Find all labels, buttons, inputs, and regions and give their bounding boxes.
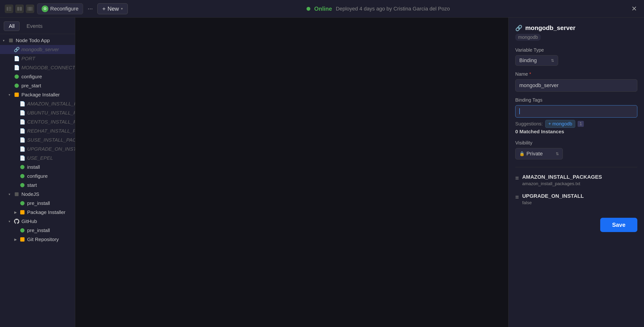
visibility-label: Visibility xyxy=(515,140,637,146)
tree-arrow: ▾ xyxy=(8,192,13,196)
tree-label: Node Todo App xyxy=(16,38,50,43)
svg-rect-7 xyxy=(29,7,31,11)
new-label: New xyxy=(108,6,119,12)
tree-item-pkg-installer-sub[interactable]: ▶ Package Installer xyxy=(0,208,75,217)
tree-icon-link: 🔗 xyxy=(14,47,20,52)
suggestions-label: Suggestions: xyxy=(515,121,543,126)
tree-arrow: ▾ xyxy=(3,38,7,42)
name-label: Name * xyxy=(515,72,637,77)
tree-item-nodejs[interactable]: ▾ NodeJS xyxy=(0,190,75,199)
tree-label: USE_EPEL xyxy=(27,155,53,161)
tree-item-node-todo-app[interactable]: ▾ Node Todo App xyxy=(0,36,75,45)
tree-label: NodeJS xyxy=(22,191,39,197)
tree-label: PORT xyxy=(22,56,35,62)
variable-type-section: Variable Type Binding ⇅ xyxy=(515,47,637,66)
tree-icon-file: 📄 xyxy=(20,119,25,125)
tree-item-redhat-install[interactable]: 📄 REDHAT_INSTALL_PACKAGES xyxy=(0,126,75,136)
tree-label: CENTOS_INSTALL_PACKAGES xyxy=(27,119,75,125)
binding-tags-section: Binding Tags Suggestions: + mongodb 1 0 … xyxy=(515,97,637,134)
tree-item-git-repo[interactable]: ▶ Git Repository xyxy=(0,235,75,244)
panel-header: 🔗 mongodb_server xyxy=(515,24,637,32)
save-button[interactable]: Save xyxy=(600,218,637,232)
tree-item-centos-install[interactable]: 📄 CENTOS_INSTALL_PACKAGES xyxy=(0,117,75,126)
tree-label: configure xyxy=(22,74,42,80)
close-button[interactable]: ✕ xyxy=(629,4,639,14)
visibility-select[interactable]: 🔒 Private ⇅ xyxy=(515,148,563,160)
tree-icon-green xyxy=(20,173,25,179)
svg-rect-1 xyxy=(8,7,12,8)
tree-label: install xyxy=(27,164,40,170)
tree-item-configure2[interactable]: configure xyxy=(0,172,75,181)
tree-item-mongodb-server[interactable]: 🔗 mongodb_server xyxy=(0,45,75,54)
tree-icon-green xyxy=(20,164,25,170)
svg-rect-5 xyxy=(20,7,22,11)
tree-label: SUSE_INSTALL_PACKAGES xyxy=(27,137,75,143)
tree-item-mongodb-conn[interactable]: 📄 MONGODB_CONNECTION_STRING xyxy=(0,63,75,72)
tree-item-upgrade-on-install[interactable]: 📄 UPGRADE_ON_INSTALL xyxy=(0,144,75,154)
suggestion-count: 1 xyxy=(578,121,584,127)
name-section: Name * xyxy=(515,72,637,92)
tree-item-start[interactable]: start xyxy=(0,181,75,190)
suggestion-mongodb[interactable]: + mongodb xyxy=(545,120,576,128)
tree-item-amazon-install[interactable]: 📄 AMAZON_INSTALL_PACKAGES xyxy=(0,99,75,108)
tree-item-install[interactable]: install xyxy=(0,162,75,172)
visibility-arrows: ⇅ xyxy=(556,152,559,156)
deploy-info: Deployed 4 days ago by Cristina Garcia d… xyxy=(336,6,450,12)
file-item-amazon[interactable]: ≡ AMAZON_INSTALL_PACKAGES amazon_install… xyxy=(515,174,637,186)
tree-icon-file: 📄 xyxy=(20,155,25,161)
tree-item-suse-install[interactable]: 📄 SUSE_INSTALL_PACKAGES xyxy=(0,136,75,144)
topbar: ⚙ Reconfigure ⋯ + New ▾ Online Deployed … xyxy=(0,0,644,18)
variable-type-label: Variable Type xyxy=(515,47,637,53)
name-input[interactable] xyxy=(515,79,637,92)
sidebar-tabs: All Events xyxy=(0,18,75,34)
file-item-icon: ≡ xyxy=(515,194,519,201)
right-panel: 🔗 mongodb_server mongodb Variable Type B… xyxy=(508,18,644,327)
tree-icon-github xyxy=(14,218,20,224)
sidebar: All Events ▾ Node Todo App 🔗 mongodb_ser… xyxy=(0,18,75,327)
tree-arrow: ▾ xyxy=(8,220,13,223)
canvas-area xyxy=(75,18,508,327)
tree-item-use-epel[interactable]: 📄 USE_EPEL xyxy=(0,154,75,162)
tree-label: UBUNTU_INSTALL_PACKAGES xyxy=(27,110,75,116)
matched-instances: 0 Matched Instances xyxy=(515,129,637,134)
new-button[interactable]: + New ▾ xyxy=(97,3,128,14)
sidebar-tree: ▾ Node Todo App 🔗 mongodb_server 📄 PORT xyxy=(0,34,75,327)
tree-item-package-installer[interactable]: ▾ Package Installer xyxy=(0,90,75,99)
tree-item-port[interactable]: 📄 PORT xyxy=(0,54,75,63)
file-item-upgrade[interactable]: ≡ UPGRADE_ON_INSTALL false xyxy=(515,193,637,206)
tree-label: AMAZON_INSTALL_PACKAGES xyxy=(27,101,75,106)
panel-link-icon: 🔗 xyxy=(515,25,522,32)
tree-icon-yellow xyxy=(20,236,25,242)
main-layout: All Events ▾ Node Todo App 🔗 mongodb_ser… xyxy=(0,18,644,327)
file-item-title: AMAZON_INSTALL_PACKAGES xyxy=(522,174,602,180)
topbar-left: ⚙ Reconfigure ⋯ + New ▾ xyxy=(5,3,128,14)
reconfigure-button[interactable]: ⚙ Reconfigure xyxy=(37,3,83,14)
tree-label: pre_install xyxy=(27,228,50,233)
layout-btn-3[interactable] xyxy=(26,4,34,13)
visibility-section: Visibility 🔒 Private ⇅ xyxy=(515,140,637,160)
variable-type-select[interactable]: Binding ⇅ xyxy=(515,55,558,66)
layout-btn-2[interactable] xyxy=(15,4,24,13)
tree-arrow: ▶ xyxy=(14,238,18,241)
svg-rect-6 xyxy=(28,7,28,11)
tree-icon-file: 📄 xyxy=(14,56,20,62)
binding-tags-input[interactable] xyxy=(515,105,637,118)
cursor-indicator xyxy=(519,108,522,114)
panel-title: mongodb_server xyxy=(525,24,576,32)
sidebar-toggle-btn[interactable] xyxy=(5,4,13,13)
svg-rect-3 xyxy=(8,10,12,10)
tree-label: MONGODB_CONNECTION_STRING xyxy=(22,65,75,70)
binding-tags-label: Binding Tags xyxy=(515,97,637,103)
tree-item-configure[interactable]: configure xyxy=(0,72,75,81)
tree-item-ubuntu-install[interactable]: 📄 UBUNTU_INSTALL_PACKAGES xyxy=(0,108,75,117)
tab-events[interactable]: Events xyxy=(22,22,47,31)
tree-item-pre-start[interactable]: pre_start xyxy=(0,81,75,90)
tree-item-github[interactable]: ▾ GitHub xyxy=(0,217,75,226)
tab-all[interactable]: All xyxy=(4,22,20,31)
tree-label: start xyxy=(27,182,37,188)
tree-item-github-pre-install[interactable]: pre_install xyxy=(0,226,75,235)
tree-item-nodejs-pre-install[interactable]: pre_install xyxy=(0,199,75,208)
suggestions: Suggestions: + mongodb 1 xyxy=(515,120,637,128)
tree-label: UPGRADE_ON_INSTALL xyxy=(27,146,75,152)
more-options-button[interactable]: ⋯ xyxy=(86,4,94,13)
